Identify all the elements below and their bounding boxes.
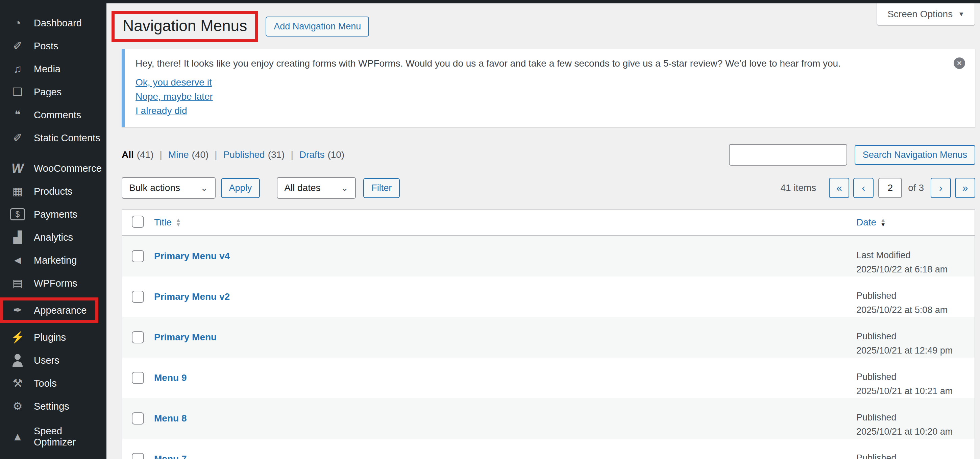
search-navigation-menus-button[interactable]: Search Navigation Menus bbox=[854, 145, 975, 165]
row-date-cell: Published 2025/10/21 at 9:40 am bbox=[856, 439, 975, 459]
menu-title-link[interactable]: Menu 8 bbox=[154, 413, 186, 424]
view-filter-count: (10) bbox=[328, 150, 344, 160]
title-sort-link[interactable]: Title ▲ ▼ bbox=[154, 217, 181, 228]
sidebar-item-icon: ⚡ bbox=[10, 331, 25, 344]
next-page-button[interactable]: › bbox=[931, 178, 951, 198]
sidebar-item[interactable]: ▦ Products bbox=[0, 180, 107, 203]
sort-down-icon: ▼ bbox=[176, 222, 181, 227]
sidebar-item-icon: ✒ bbox=[10, 303, 25, 317]
menu-title-link[interactable]: Menu 7 bbox=[154, 454, 186, 459]
sidebar-item-label: Users bbox=[34, 355, 59, 366]
dates-filter-value: All dates bbox=[284, 183, 320, 193]
sidebar-item-label: Analytics bbox=[34, 232, 73, 243]
row-checkbox[interactable] bbox=[132, 453, 144, 459]
notice-link[interactable]: Ok, you deserve it bbox=[135, 77, 212, 88]
sidebar-item[interactable]: ⚒ Tools bbox=[0, 372, 107, 395]
sidebar-item[interactable]: W WooCommerce bbox=[0, 157, 107, 180]
view-filter-count: (40) bbox=[192, 150, 209, 160]
menu-title-link[interactable]: Primary Menu v2 bbox=[154, 292, 230, 302]
row-title-cell: Menu 9 bbox=[154, 358, 856, 398]
sidebar-item[interactable]: $ Payments bbox=[0, 203, 107, 226]
sidebar-item-label: Static Contents bbox=[34, 132, 100, 143]
sidebar-item[interactable]: ⚙ Settings bbox=[0, 395, 107, 418]
views-row: All (41) | Mine (40) | Published (31) | bbox=[122, 144, 975, 166]
sidebar-item-label: Media bbox=[34, 64, 60, 75]
view-separator: | bbox=[215, 150, 217, 160]
sidebar-item[interactable]: ▲ Speed Optimizer bbox=[0, 425, 107, 448]
table-header-row: Title ▲ ▼ Date ▲ ▼ bbox=[123, 210, 975, 236]
sidebar-item[interactable]: ♫ Media bbox=[0, 57, 107, 80]
view-filter-link[interactable]: All bbox=[122, 150, 134, 160]
sidebar-item-label: Plugins bbox=[34, 332, 66, 343]
row-status: Published bbox=[856, 451, 975, 459]
sidebar-item-icon: ⚙ bbox=[10, 400, 25, 413]
date-sort-link[interactable]: Date ▲ ▼ bbox=[856, 217, 886, 228]
menu-title-link[interactable]: Primary Menu v4 bbox=[154, 251, 230, 261]
row-checkbox[interactable] bbox=[132, 412, 144, 424]
sidebar-item[interactable]: Users bbox=[0, 349, 107, 372]
sort-arrows-icon: ▲ ▼ bbox=[176, 218, 181, 227]
row-date-cell: Published 2025/10/22 at 5:08 am bbox=[856, 276, 975, 317]
navigation-menus-table: Title ▲ ▼ Date ▲ ▼ bbox=[122, 209, 975, 459]
sidebar-item-label: Dashboard bbox=[34, 18, 82, 29]
sidebar-item-label: Marketing bbox=[34, 255, 77, 266]
dates-filter-select[interactable]: All dates ⌄ bbox=[277, 177, 356, 199]
sidebar-item-icon: ▲ bbox=[10, 430, 25, 443]
sidebar-item-icon: ◄ bbox=[10, 253, 25, 267]
table-row: Primary Menu v2 Published 2025/10/22 at … bbox=[123, 276, 975, 317]
current-page-input[interactable] bbox=[878, 178, 902, 198]
previous-page-button[interactable]: ‹ bbox=[853, 178, 873, 198]
admin-bar bbox=[0, 0, 980, 3]
first-page-button[interactable]: « bbox=[829, 178, 849, 198]
view-filter-link[interactable]: Mine bbox=[168, 150, 189, 160]
select-all-checkbox[interactable] bbox=[132, 216, 144, 228]
sidebar-item[interactable]: ❝ Comments bbox=[0, 104, 107, 126]
sidebar-item[interactable]: ◔ Dashboard bbox=[0, 11, 107, 35]
filter-button[interactable]: Filter bbox=[363, 178, 400, 198]
notice-link[interactable]: I already did bbox=[135, 105, 187, 116]
sidebar-item-icon: ⚒ bbox=[10, 376, 25, 390]
sidebar-item[interactable]: ✐ Posts bbox=[0, 35, 107, 57]
sidebar-item-label: Speed Optimizer bbox=[34, 426, 107, 448]
title-header-cell: Title ▲ ▼ bbox=[154, 217, 856, 228]
title-row: Navigation Menus Add Navigation Menu bbox=[122, 11, 975, 42]
view-filter-link[interactable]: Published bbox=[223, 150, 265, 160]
sidebar-item-icon: ◔ bbox=[10, 16, 25, 30]
add-navigation-menu-button[interactable]: Add Navigation Menu bbox=[266, 17, 369, 37]
sidebar-item-label: Comments bbox=[34, 110, 81, 121]
view-filter-link[interactable]: Drafts bbox=[299, 150, 325, 160]
row-checkbox[interactable] bbox=[132, 331, 144, 343]
sidebar-item[interactable]: ▟ Analytics bbox=[0, 226, 107, 249]
pagination: 41 items « ‹ of 3 › » bbox=[780, 178, 975, 198]
row-checkbox[interactable] bbox=[132, 250, 144, 262]
last-page-button[interactable]: » bbox=[955, 178, 975, 198]
view-separator: | bbox=[291, 150, 293, 160]
sidebar-item[interactable]: ❏ Pages bbox=[0, 80, 107, 104]
select-all-cell bbox=[123, 216, 154, 229]
table-row: Menu 9 Published 2025/10/21 at 10:21 am bbox=[123, 358, 975, 398]
date-header-label: Date bbox=[856, 217, 876, 228]
apply-button[interactable]: Apply bbox=[221, 178, 260, 198]
menu-title-link[interactable]: Primary Menu bbox=[154, 332, 216, 343]
screen-options-button[interactable]: Screen Options ▼ bbox=[877, 3, 975, 26]
sidebar-item-icon: ♫ bbox=[10, 62, 25, 76]
sidebar-item-icon: ❝ bbox=[10, 108, 25, 122]
sidebar-item[interactable]: ▤ WPForms bbox=[0, 272, 107, 295]
sidebar-item-label: Tools bbox=[34, 378, 57, 389]
sidebar-item[interactable]: ✐ Static Contents bbox=[0, 126, 107, 150]
sidebar-item[interactable]: ◄ Marketing bbox=[0, 249, 107, 272]
menu-title-link[interactable]: Menu 9 bbox=[154, 373, 186, 383]
notice-link[interactable]: Nope, maybe later bbox=[135, 91, 213, 102]
row-checkbox[interactable] bbox=[132, 291, 144, 303]
dismiss-notice-icon[interactable]: ✕ bbox=[954, 57, 965, 69]
sidebar-item[interactable]: ✒ Appearance bbox=[2, 299, 97, 322]
search-input[interactable] bbox=[729, 144, 847, 166]
row-title-cell: Primary Menu v2 bbox=[154, 276, 856, 317]
row-checkbox[interactable] bbox=[132, 372, 144, 384]
row-title-cell: Menu 8 bbox=[154, 398, 856, 439]
sidebar-item-icon: W bbox=[10, 161, 25, 175]
row-checkbox-cell bbox=[123, 358, 154, 398]
row-checkbox-cell bbox=[123, 398, 154, 439]
sidebar-item[interactable]: ⚡ Plugins bbox=[0, 326, 107, 349]
bulk-actions-select[interactable]: Bulk actions ⌄ bbox=[122, 177, 216, 199]
